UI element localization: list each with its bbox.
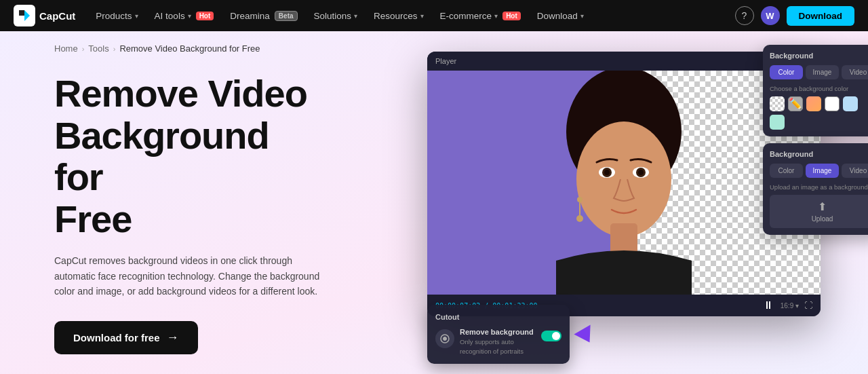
nav-solutions[interactable]: Solutions ▾ [307,7,365,25]
color-blue[interactable] [843,96,858,111]
fullscreen-button[interactable]: ⛶ [804,301,812,310]
player-label: Player [435,57,456,65]
color-gradient1[interactable] [806,96,821,111]
player-window: Player [427,52,821,316]
img-subtitle: Upload an image as a background [770,183,868,191]
svg-point-10 [577,197,583,202]
img-tabs: Color Image Video [770,164,868,178]
remove-bg-sub: Only supports auto recognition of portra… [460,337,536,356]
upload-icon: ⬆ [818,200,827,213]
chevron-down-icon: ▾ [580,12,584,20]
remove-bg-toggle[interactable] [541,331,561,341]
nav-download[interactable]: Download ▾ [530,7,591,25]
nav-ai-tools[interactable]: AI tools ▾ Hot [148,7,221,25]
cutout-panel: Cutout Remove background Only supports a… [427,305,570,364]
chevron-down-icon: ▾ [494,12,498,20]
help-button[interactable]: ? [735,6,754,25]
hero-heading: Remove Video Background for Free [54,73,326,240]
background-panel-top: Background Color Image Video Choose a ba… [763,45,868,136]
chevron-down-icon: ▾ [354,12,357,20]
chevron-down-icon: ▾ [188,12,191,20]
tab-color[interactable]: Color [770,65,803,79]
cursor-arrow-icon [574,324,597,347]
nav-right-area: ? W Download [735,6,855,26]
hero-description: CapCut removes background videos in one … [54,253,326,299]
svg-point-9 [638,170,644,175]
breadcrumb-home[interactable]: Home [54,43,78,54]
tab-video[interactable]: Video [842,65,868,79]
logo-text: CapCut [39,10,75,22]
beta-badge: Beta [275,11,298,21]
cutout-row: Remove background Only supports auto rec… [435,328,561,356]
toggle-knob [552,332,560,340]
breadcrumb-current: Remove Video Background for Free [119,43,260,54]
main-content: Home › Tools › Remove Video Background f… [0,31,868,374]
img-tab-color[interactable]: Color [770,164,803,178]
logo[interactable]: CapCut [14,5,75,26]
cutout-icon [435,329,454,348]
play-button[interactable]: ⏸ [762,299,775,312]
cutout-title: Cutout [435,313,561,321]
breadcrumb-sep1: › [82,45,85,53]
hot-badge-ecom: Hot [502,12,521,20]
bg-tabs: Color Image Video [770,65,868,79]
hot-badge: Hot [196,12,214,20]
color-white[interactable] [825,96,840,111]
arrow-icon: → [167,331,179,345]
breadcrumb-sep2: › [113,45,116,53]
chevron-down-icon: ▾ [420,12,424,20]
avatar[interactable]: W [761,6,780,25]
player-content [427,71,821,295]
svg-point-12 [576,215,583,222]
bg-panel-title: Background [770,52,868,60]
download-free-button[interactable]: Download for free → [54,321,198,354]
portrait-area [515,71,732,295]
background-panel-bottom: Background Color Image Video Upload an i… [763,143,868,235]
chevron-down-icon: ▾ [135,12,138,20]
upload-button[interactable]: ⬆ Upload [770,195,868,228]
nav-dreamina[interactable]: Dreamina Beta [223,7,304,25]
nav-products[interactable]: Products ▾ [89,7,144,25]
tab-image[interactable]: Image [806,65,839,79]
color-transparent[interactable] [770,96,785,111]
remove-bg-label: Remove background [460,328,536,336]
hero-section: Remove Video Background for Free CapCut … [0,54,380,354]
nav-download-button[interactable]: Download [787,6,855,26]
color-options: ✏️ [770,96,868,130]
img-tab-video[interactable]: Video [842,164,868,178]
ratio-display: 16:9 ▾ [781,302,799,310]
cutout-info: Remove background Only supports auto rec… [460,328,536,356]
svg-point-2 [576,121,671,237]
color-teal[interactable] [770,115,785,130]
navbar: CapCut Products ▾ AI tools ▾ Hot Dreamin… [0,0,868,31]
img-tab-image[interactable]: Image [806,164,839,178]
color-swatch-edit[interactable]: ✏️ [788,96,803,111]
bg-subtitle: Choose a background color [770,85,868,92]
img-panel-title: Background [770,150,868,158]
player-topbar: Player [427,52,821,71]
product-screenshot: Player [407,45,868,371]
nav-resources[interactable]: Resources ▾ [367,7,431,25]
breadcrumb-tools[interactable]: Tools [88,43,108,54]
svg-point-6 [604,170,610,175]
nav-ecommerce[interactable]: E-commerce ▾ Hot [433,7,528,25]
